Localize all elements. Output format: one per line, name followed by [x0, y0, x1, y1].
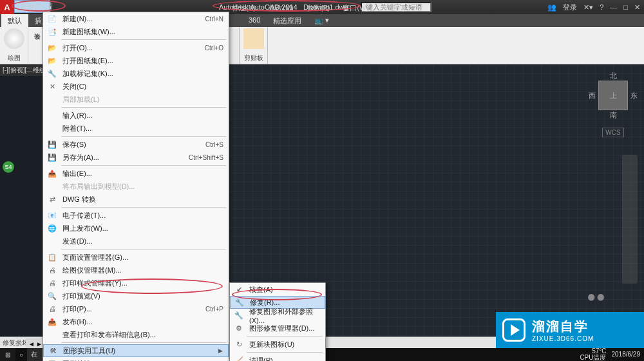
- menu-item-icon: [46, 329, 59, 340]
- file-menu-item[interactable]: 🔍 打印预览(V): [43, 289, 229, 302]
- submenu-item-label: 修复(R)...: [246, 298, 319, 307]
- menu-param[interactable]: 参数(P): [300, 1, 337, 15]
- file-menu-item[interactable]: 💾 另存为(A)... Ctrl+Shift+S: [43, 151, 229, 164]
- menu-item-label: 打印(P)...: [59, 304, 205, 314]
- paste-icon[interactable]: [243, 28, 264, 49]
- drawing-utilities-submenu: ✔ 核查(A)🔧 修复(R)...🔧 修复图形和外部参照(X)...⚙ 图形修复…: [229, 282, 326, 361]
- tab-featured[interactable]: 精选应用: [267, 14, 308, 27]
- menu-item-label: 另存为(A)...: [59, 153, 189, 162]
- tab-arrow-right-icon[interactable]: ►: [36, 340, 43, 347]
- tab-360[interactable]: 360: [242, 14, 267, 27]
- tab-arrow-left-icon[interactable]: ◄: [28, 340, 35, 347]
- menu-annotate[interactable]: 标注(N): [225, 1, 262, 15]
- file-menu-item[interactable]: 输入(R)...: [43, 109, 229, 122]
- submenu-item[interactable]: 🧹 清理(P)...: [230, 354, 325, 361]
- tab-extra-icon[interactable]: 📺 ▾: [308, 14, 336, 27]
- file-menu-item[interactable]: ⇄ DWG 转换: [43, 193, 229, 206]
- file-menu-item[interactable]: 📋 页面设置管理器(G)...: [43, 251, 229, 264]
- file-menu-item[interactable]: 局部加载(L): [43, 93, 229, 106]
- menu-item-icon: [46, 94, 59, 104]
- file-menu-item[interactable]: 附着(T)...: [43, 122, 229, 135]
- file-menu-item[interactable]: 📤 输出(E)...: [43, 167, 229, 180]
- menu-item-label: 图形实用工具(U): [59, 346, 216, 356]
- file-menu-item[interactable]: ✕ 关闭(C): [43, 80, 229, 93]
- file-menu-item[interactable]: 💾 保存(S) Ctrl+S: [43, 138, 229, 151]
- nav-bar[interactable]: [622, 155, 638, 284]
- menu-item-label: 网上发布(W)...: [59, 224, 223, 233]
- viewcube[interactable]: 上: [598, 81, 628, 110]
- file-menu-item[interactable]: 🔧 加载标记集(K)...: [43, 67, 229, 80]
- submenu-item[interactable]: ⚙ 图形修复管理器(D)...: [230, 322, 325, 335]
- menu-item-icon: 🔧: [46, 68, 59, 79]
- exchange-icon[interactable]: ✕▾: [583, 3, 593, 12]
- start-button[interactable]: ⊞: [0, 348, 15, 361]
- file-menu-item[interactable]: 📂 打开(O)... Ctrl+O: [43, 41, 229, 54]
- cortana-icon[interactable]: ○: [15, 348, 27, 361]
- menu-window[interactable]: 窗口(W): [336, 1, 375, 15]
- file-menu-item[interactable]: 🛠 图形实用工具(U) ▶: [43, 344, 229, 357]
- minimize-icon[interactable]: —: [610, 3, 617, 11]
- submenu-item[interactable]: ↻ 更新块图标(U): [230, 338, 325, 351]
- menu-item-label: 保存(S): [59, 140, 205, 150]
- menu-item-icon: 📤: [46, 317, 59, 327]
- menu-item-icon: 📋: [46, 252, 59, 262]
- close-icon[interactable]: ✕: [634, 3, 640, 12]
- menu-item-icon: 🖨: [46, 304, 59, 314]
- menu-item-icon: 💾: [46, 139, 59, 150]
- play-icon: [502, 318, 526, 342]
- file-menu-item[interactable]: 🖨 绘图仪管理器(M)...: [43, 264, 229, 277]
- menu-item-label: 绘图仪管理器(M)...: [59, 266, 223, 275]
- file-menu-item[interactable]: 🖨 打印样式管理器(Y)...: [43, 277, 229, 289]
- submenu-item-label: 核查(A): [245, 285, 320, 295]
- file-menu-item[interactable]: 🖨 打印(P)... Ctrl+P: [43, 302, 229, 315]
- menu-item-icon: ✕: [46, 81, 59, 92]
- file-menu-item[interactable]: 发送(D)...: [43, 235, 229, 248]
- clock[interactable]: 2018/6/29: [612, 351, 641, 358]
- file-menu-item[interactable]: 📧 电子传递(T)...: [43, 209, 229, 222]
- menu-item-icon: 📧: [46, 210, 59, 220]
- menu-help[interactable]: 帮助(H): [375, 1, 412, 15]
- submenu-arrow-icon: ▶: [216, 347, 223, 354]
- menu-file[interactable]: 文件(F): [14, 0, 50, 13]
- submenu-item-label: 图形修复管理器(D)...: [245, 324, 320, 333]
- file-menu-item[interactable]: 📋 图形特性(I)...: [43, 357, 229, 361]
- menu-item-icon: [46, 123, 59, 133]
- submenu-item-icon: 🔧: [233, 297, 246, 307]
- viewcube-west: 西: [589, 91, 596, 101]
- nav-dots-icon[interactable]: ●●: [587, 288, 605, 306]
- wcs-label[interactable]: WCS: [602, 128, 623, 137]
- brand-name-cn: 溜溜自学: [532, 318, 594, 335]
- menu-item-icon: 📤: [46, 168, 59, 179]
- login-button[interactable]: 登录: [563, 3, 577, 12]
- maximize-icon[interactable]: □: [623, 3, 628, 11]
- menu-item-label: 附着(T)...: [59, 124, 223, 133]
- help-icon[interactable]: ?: [600, 3, 603, 11]
- file-menu-item[interactable]: 📑 新建图纸集(W)...: [43, 25, 229, 38]
- submenu-item[interactable]: 🔧 修复图形和外部参照(X)...: [230, 309, 325, 322]
- menu-item-icon: 🛠: [46, 346, 59, 356]
- file-menu-item[interactable]: 将布局输出到模型(D)...: [43, 180, 229, 193]
- file-menu-item[interactable]: 📤 发布(H)...: [43, 315, 229, 328]
- menu-item-label: 打开(O)...: [59, 43, 205, 53]
- file-menu-item[interactable]: 📂 打开图纸集(E)...: [43, 54, 229, 67]
- file-menu-item[interactable]: 🌐 网上发布(W)...: [43, 222, 229, 235]
- menu-item-label: 局部加载(L): [59, 95, 223, 104]
- submenu-item-label: 清理(P)...: [245, 356, 320, 362]
- menu-modify[interactable]: 修改(M): [262, 1, 300, 15]
- infocenter-icon[interactable]: 👥: [547, 3, 556, 12]
- menu-item-icon: 🖨: [46, 278, 59, 288]
- app-logo[interactable]: A: [0, 0, 14, 14]
- file-menu-item[interactable]: 查看打印和发布详细信息(B)...: [43, 328, 229, 341]
- submenu-item[interactable]: ✔ 核查(A): [230, 283, 325, 296]
- viewcube-south: 南: [610, 110, 617, 120]
- status-badge[interactable]: S4: [3, 161, 14, 173]
- file-menu-item[interactable]: 📄 新建(N)... Ctrl+N: [43, 12, 229, 25]
- menu-item-shortcut: Ctrl+N: [205, 15, 223, 23]
- line-tool-icon[interactable]: [4, 28, 24, 49]
- menu-item-label: 页面设置管理器(G)...: [59, 253, 223, 262]
- menu-item-label: 打开图纸集(E)...: [59, 56, 223, 66]
- menu-item-label: 电子传递(T)...: [59, 211, 223, 220]
- menu-item-icon: 📂: [46, 55, 59, 66]
- menu-item-label: 输出(E)...: [59, 169, 223, 179]
- tab-default[interactable]: 默认: [1, 14, 28, 27]
